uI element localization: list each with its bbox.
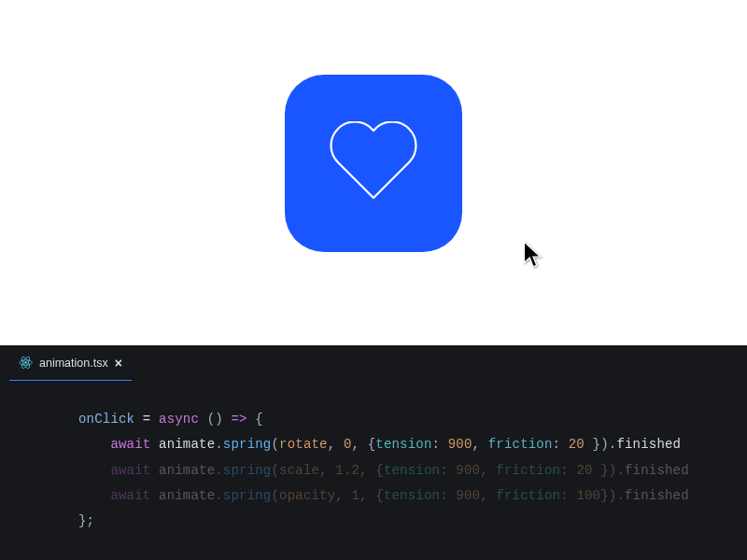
code-line-2: await animate.spring(rotate, 0, {tension… <box>78 432 747 457</box>
code-line-5: }; <box>78 509 747 534</box>
react-icon <box>19 356 33 370</box>
code-block[interactable]: onClick = async () => { await animate.sp… <box>0 381 747 534</box>
tab-label: animation.tsx <box>39 357 108 370</box>
code-line-3: await animate.spring(scale, 1.2, {tensio… <box>78 458 747 483</box>
tab-animation[interactable]: animation.tsx × <box>9 345 132 381</box>
code-line-1: onClick = async () => { <box>78 407 747 432</box>
heart-icon <box>327 121 420 205</box>
code-editor: animation.tsx × onClick = async () => { … <box>0 345 747 560</box>
heart-button[interactable] <box>285 75 462 252</box>
cursor-pointer-icon <box>523 241 543 269</box>
tab-bar: animation.tsx × <box>0 345 747 381</box>
preview-area <box>0 0 747 345</box>
code-line-4: await animate.spring(opacity, 1, {tensio… <box>78 483 747 509</box>
close-icon[interactable]: × <box>115 356 122 371</box>
